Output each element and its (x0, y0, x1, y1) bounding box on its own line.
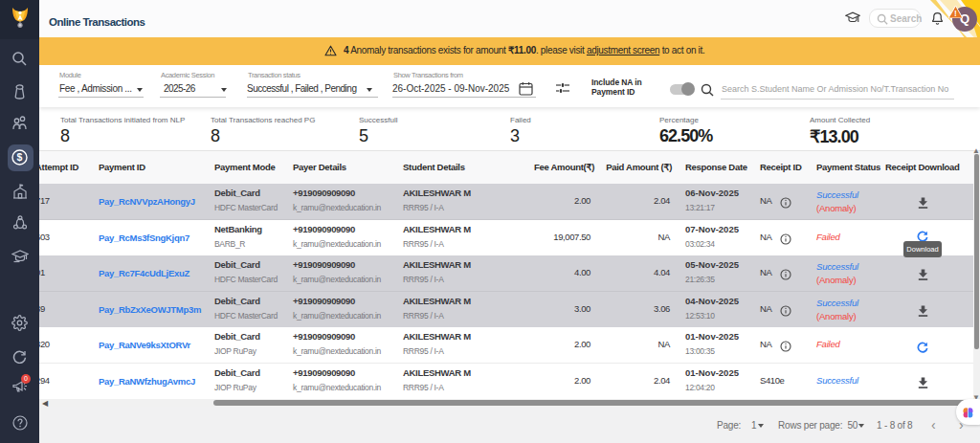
svg-text:$: $ (17, 151, 23, 163)
svg-text:!: ! (954, 9, 957, 18)
